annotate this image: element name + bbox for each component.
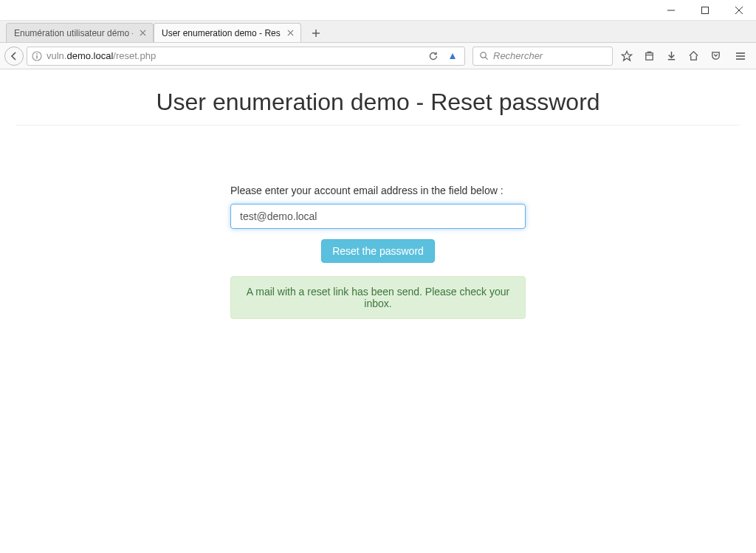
url-host: demo.local	[66, 50, 113, 61]
library-icon[interactable]	[638, 46, 660, 66]
tab-inactive[interactable]: Enumération utilisateur démo - I	[6, 23, 154, 42]
close-window-button[interactable]	[722, 0, 756, 20]
search-icon	[479, 51, 489, 61]
search-placeholder: Rechercher	[493, 50, 543, 61]
reset-password-button[interactable]: Reset the password	[321, 239, 435, 263]
svg-rect-1	[702, 7, 709, 13]
tab-title: Enumération utilisateur démo - I	[14, 28, 133, 38]
url-bar[interactable]: vuln.demo.local/reset.php	[27, 47, 465, 66]
email-field[interactable]	[230, 204, 526, 229]
pocket-icon[interactable]	[704, 46, 726, 66]
form-label: Please enter your account email address …	[230, 185, 526, 196]
back-button[interactable]	[4, 47, 24, 66]
close-tab-icon[interactable]	[137, 27, 148, 39]
downloads-icon[interactable]	[660, 46, 682, 66]
tab-strip: Enumération utilisateur démo - I User en…	[0, 21, 756, 43]
url-text: vuln.demo.local/reset.php	[47, 50, 422, 61]
page-title: User enumeration demo - Reset password	[3, 89, 753, 116]
window-titlebar	[0, 0, 756, 21]
home-icon[interactable]	[682, 46, 704, 66]
svg-line-14	[485, 57, 487, 59]
toolbar-right-icons	[616, 46, 752, 66]
minimize-button[interactable]	[654, 0, 688, 20]
svg-point-13	[481, 52, 486, 58]
url-path: /reset.php	[113, 50, 156, 61]
svg-point-11	[36, 53, 38, 55]
maximize-button[interactable]	[688, 0, 722, 20]
url-prefix: vuln.	[47, 50, 66, 61]
search-box[interactable]: Rechercher	[472, 47, 613, 66]
close-tab-icon[interactable]	[285, 27, 296, 39]
tab-title: User enumeration demo - Reset	[162, 28, 281, 38]
bookmark-star-icon[interactable]	[616, 46, 638, 66]
site-info-icon[interactable]	[32, 51, 42, 61]
reset-form: Please enter your account email address …	[230, 185, 526, 319]
divider	[16, 125, 740, 126]
new-tab-button[interactable]	[307, 24, 325, 42]
browser-toolbar: vuln.demo.local/reset.php Rechercher	[0, 43, 756, 69]
success-alert: A mail with a reset link has been send. …	[230, 276, 526, 319]
svg-rect-12	[36, 55, 38, 59]
reload-button[interactable]	[426, 46, 441, 66]
svg-rect-15	[645, 53, 652, 60]
page-viewport: User enumeration demo - Reset password P…	[0, 69, 756, 553]
page-action-icon[interactable]	[445, 46, 460, 66]
tab-active[interactable]: User enumeration demo - Reset	[154, 23, 301, 42]
menu-button[interactable]	[729, 46, 752, 66]
